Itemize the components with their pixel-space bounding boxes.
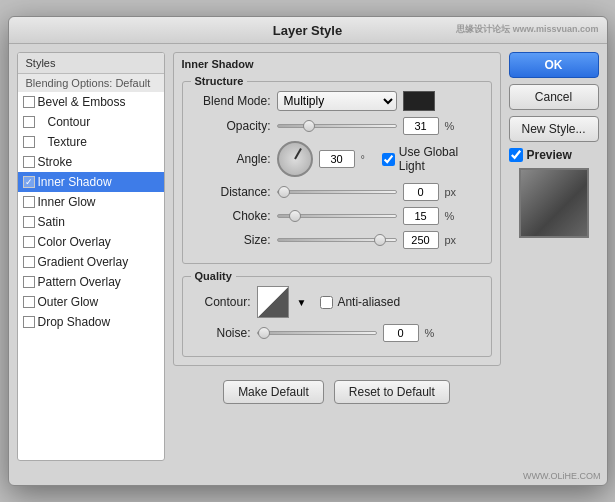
drop-shadow-checkbox[interactable]: [23, 316, 35, 328]
preview-text: Preview: [527, 148, 572, 162]
sidebar-item-texture[interactable]: Texture: [18, 132, 164, 152]
sidebar-header: Styles: [18, 53, 164, 74]
make-default-button[interactable]: Make Default: [223, 380, 324, 404]
sidebar-item-outer-glow[interactable]: Outer Glow: [18, 292, 164, 312]
size-row: Size: px: [191, 231, 483, 249]
noise-unit: %: [425, 327, 441, 339]
distance-slider[interactable]: [277, 190, 397, 194]
contour-checkbox[interactable]: [23, 116, 35, 128]
satin-checkbox[interactable]: [23, 216, 35, 228]
blend-mode-row: Blend Mode: Multiply Normal Screen Overl…: [191, 91, 483, 111]
dialog-body: Styles Blending Options: Default Bevel &…: [9, 44, 607, 469]
contour-label: Contour: [48, 115, 91, 129]
blend-mode-select[interactable]: Multiply Normal Screen Overlay: [277, 91, 397, 111]
blend-mode-label: Blend Mode:: [191, 94, 271, 108]
sidebar-item-gradient-overlay[interactable]: Gradient Overlay: [18, 252, 164, 272]
preview-checkbox[interactable]: [509, 148, 523, 162]
gradient-overlay-label: Gradient Overlay: [38, 255, 129, 269]
sidebar-title: Styles: [26, 57, 156, 69]
preview-box: [519, 168, 589, 238]
anti-aliased-text: Anti-aliased: [337, 295, 400, 309]
stroke-checkbox[interactable]: [23, 156, 35, 168]
ok-button[interactable]: OK: [509, 52, 599, 78]
inner-shadow-section: Inner Shadow Structure Blend Mode: Multi…: [173, 52, 501, 366]
sidebar-item-inner-shadow[interactable]: Inner Shadow: [18, 172, 164, 192]
bottom-buttons: Make Default Reset to Default: [173, 372, 501, 410]
drop-shadow-label: Drop Shadow: [38, 315, 111, 329]
sidebar-item-inner-glow[interactable]: Inner Glow: [18, 192, 164, 212]
noise-input[interactable]: [383, 324, 419, 342]
angle-input[interactable]: [319, 150, 355, 168]
stroke-label: Stroke: [38, 155, 73, 169]
texture-checkbox[interactable]: [23, 136, 35, 148]
sidebar-item-satin[interactable]: Satin: [18, 212, 164, 232]
choke-label: Choke:: [191, 209, 271, 223]
sidebar-item-stroke[interactable]: Stroke: [18, 152, 164, 172]
structure-legend: Structure: [191, 75, 248, 87]
contour-dropdown-arrow[interactable]: ▼: [297, 297, 307, 308]
sidebar-item-blending-options[interactable]: Blending Options: Default: [18, 74, 164, 92]
choke-row: Choke: %: [191, 207, 483, 225]
noise-thumb[interactable]: [258, 327, 270, 339]
opacity-label: Opacity:: [191, 119, 271, 133]
quality-fieldset: Quality Contour: ▼ An: [182, 270, 492, 357]
blend-color-swatch[interactable]: [403, 91, 435, 111]
new-style-button[interactable]: New Style...: [509, 116, 599, 142]
styles-sidebar: Styles Blending Options: Default Bevel &…: [17, 52, 165, 461]
choke-slider[interactable]: [277, 214, 397, 218]
right-panel: OK Cancel New Style... Preview: [509, 52, 599, 461]
distance-row: Distance: px: [191, 183, 483, 201]
choke-thumb[interactable]: [289, 210, 301, 222]
size-thumb[interactable]: [374, 234, 386, 246]
reset-to-default-button[interactable]: Reset to Default: [334, 380, 450, 404]
inner-glow-label: Inner Glow: [38, 195, 96, 209]
opacity-input[interactable]: [403, 117, 439, 135]
size-slider[interactable]: [277, 238, 397, 242]
noise-label: Noise:: [191, 326, 251, 340]
choke-input[interactable]: [403, 207, 439, 225]
bevel-checkbox[interactable]: [23, 96, 35, 108]
quality-legend: Quality: [191, 270, 236, 282]
inner-shadow-section-title: Inner Shadow: [182, 58, 254, 70]
opacity-thumb[interactable]: [303, 120, 315, 132]
color-overlay-checkbox[interactable]: [23, 236, 35, 248]
opacity-unit: %: [445, 120, 461, 132]
sidebar-item-bevel[interactable]: Bevel & Emboss: [18, 92, 164, 112]
inner-shadow-checkbox[interactable]: [23, 176, 35, 188]
contour-label: Contour:: [191, 295, 251, 309]
pattern-overlay-checkbox[interactable]: [23, 276, 35, 288]
sidebar-item-pattern-overlay[interactable]: Pattern Overlay: [18, 272, 164, 292]
satin-label: Satin: [38, 215, 65, 229]
distance-input[interactable]: [403, 183, 439, 201]
watermark-top: 思缘设计论坛 www.missvuan.com: [456, 23, 598, 36]
distance-thumb[interactable]: [278, 186, 290, 198]
bevel-label: Bevel & Emboss: [38, 95, 126, 109]
sidebar-item-color-overlay[interactable]: Color Overlay: [18, 232, 164, 252]
title-bar: Layer Style 思缘设计论坛 www.missvuan.com: [9, 17, 607, 44]
pattern-overlay-label: Pattern Overlay: [38, 275, 121, 289]
cancel-button[interactable]: Cancel: [509, 84, 599, 110]
angle-dial[interactable]: [277, 141, 313, 177]
global-light-label: Use Global Light: [382, 145, 483, 173]
gradient-overlay-checkbox[interactable]: [23, 256, 35, 268]
anti-aliased-checkbox[interactable]: [320, 296, 333, 309]
outer-glow-label: Outer Glow: [38, 295, 99, 309]
contour-thumbnail[interactable]: [257, 286, 289, 318]
noise-slider[interactable]: [257, 331, 377, 335]
layer-style-dialog: Layer Style 思缘设计论坛 www.missvuan.com Styl…: [8, 16, 608, 486]
angle-unit: °: [361, 153, 376, 165]
global-light-checkbox[interactable]: [382, 153, 395, 166]
global-light-text: Use Global Light: [399, 145, 483, 173]
structure-fieldset: Structure Blend Mode: Multiply Normal Sc…: [182, 75, 492, 264]
size-label: Size:: [191, 233, 271, 247]
angle-row: Angle: ° Use Global Light: [191, 141, 483, 177]
opacity-slider[interactable]: [277, 124, 397, 128]
size-input[interactable]: [403, 231, 439, 249]
color-overlay-label: Color Overlay: [38, 235, 111, 249]
sidebar-item-drop-shadow[interactable]: Drop Shadow: [18, 312, 164, 332]
dialog-title: Layer Style: [273, 23, 342, 38]
outer-glow-checkbox[interactable]: [23, 296, 35, 308]
inner-glow-checkbox[interactable]: [23, 196, 35, 208]
sidebar-item-contour[interactable]: Contour: [18, 112, 164, 132]
size-unit: px: [445, 234, 461, 246]
